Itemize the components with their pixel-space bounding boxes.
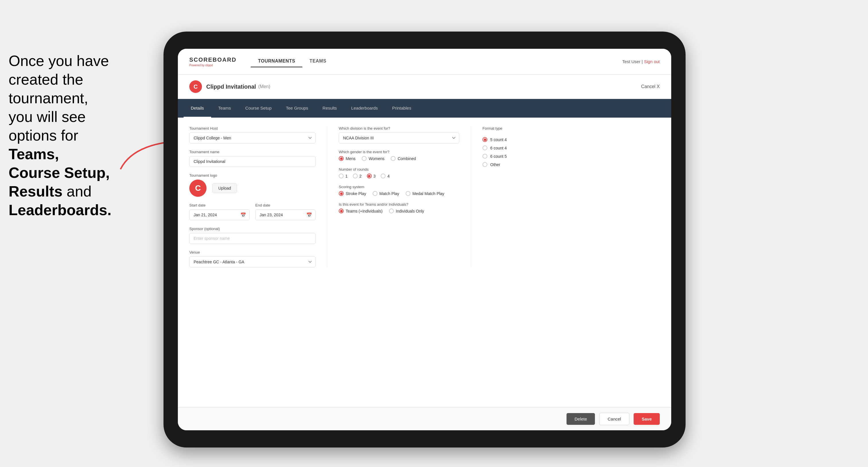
format-option-6count5[interactable]: 6 count 5	[483, 154, 660, 159]
format-label-6count5: 6 count 5	[490, 154, 507, 159]
cancel-tournament-btn[interactable]: Cancel X	[641, 84, 660, 89]
instructional-text: Once you have created the tournament, yo…	[0, 46, 138, 225]
logo-area: SCOREBOARD Powered by clippd	[189, 57, 236, 67]
format-option-5count4[interactable]: 5 count 4	[483, 137, 660, 142]
tab-teams[interactable]: Teams	[211, 99, 238, 118]
col-divider-2	[471, 126, 471, 267]
division-select[interactable]: NCAA Division III	[339, 132, 459, 144]
gender-radio-mens[interactable]	[339, 156, 344, 161]
scoring-option-match[interactable]: Match Play	[373, 191, 399, 196]
rounds-radio-4[interactable]	[381, 174, 385, 179]
teams-option-teams-plus[interactable]: Teams (+Individuals)	[339, 209, 383, 213]
user-area: Test User | Sign out	[622, 59, 660, 64]
tab-course-setup[interactable]: Course Setup	[238, 99, 279, 118]
tournament-gender: (Men)	[258, 84, 270, 89]
scoring-option-medal-match[interactable]: Medal Match Play	[406, 191, 444, 196]
tournament-header: C Clippd Invitational (Men) Cancel X	[178, 74, 671, 99]
delete-button[interactable]: Delete	[566, 413, 595, 425]
format-radio-other[interactable]	[483, 162, 487, 167]
sponsor-input[interactable]	[189, 233, 315, 244]
teams-label-individuals-only: Individuals Only	[396, 209, 424, 213]
tournament-name-input[interactable]	[189, 156, 315, 167]
main-content: Tournament Host Clippd College - Men Tou…	[178, 118, 671, 407]
end-date-calendar-icon: 📅	[306, 212, 312, 218]
tab-printables[interactable]: Printables	[385, 99, 418, 118]
teams-radio-group: Teams (+Individuals) Individuals Only	[339, 209, 459, 213]
tab-details[interactable]: Details	[184, 99, 211, 118]
form-column-middle: Which division is the event for? NCAA Di…	[339, 126, 459, 267]
nav-tournaments[interactable]: TOURNAMENTS	[251, 56, 302, 67]
tab-leaderboards[interactable]: Leaderboards	[344, 99, 385, 118]
tab-bar: Details Teams Course Setup Tee Groups Re…	[178, 99, 671, 118]
teams-label-teams-plus: Teams (+Individuals)	[346, 209, 383, 213]
logo-title: SCOREBOARD	[189, 57, 236, 63]
format-radio-6count5[interactable]	[483, 154, 487, 159]
scoring-option-stroke[interactable]: Stroke Play	[339, 191, 366, 196]
bottom-action-bar: Delete Cancel Save	[178, 407, 671, 430]
rounds-option-1[interactable]: 1	[339, 174, 348, 179]
rounds-option-4[interactable]: 4	[381, 174, 390, 179]
gender-label-womens: Womens	[369, 156, 384, 161]
form-area: Tournament Host Clippd College - Men Tou…	[178, 118, 671, 276]
venue-label: Venue	[189, 250, 315, 254]
form-column-right: Format type 5 count 4 6 count 4 6 cou	[483, 126, 660, 267]
format-label-5count4: 5 count 4	[490, 137, 507, 142]
tablet-device: SCOREBOARD Powered by clippd TOURNAMENTS…	[163, 32, 686, 447]
logo-preview-icon: C	[189, 180, 207, 197]
rounds-group: Number of rounds 1 2	[339, 167, 459, 179]
col-divider-1	[327, 126, 327, 267]
start-date-wrapper: 📅	[189, 209, 250, 220]
scoring-radio-stroke[interactable]	[339, 191, 344, 196]
gender-radio-combined[interactable]	[391, 156, 396, 161]
rounds-label-3: 3	[373, 174, 376, 179]
rounds-radio-3[interactable]	[367, 174, 372, 179]
logo-upload-area: C Upload	[189, 180, 315, 197]
sponsor-label: Sponsor (optional)	[189, 227, 315, 231]
rounds-option-3[interactable]: 3	[367, 174, 376, 179]
tournament-icon: C	[189, 80, 202, 93]
tournament-name-label: Tournament name	[189, 150, 315, 154]
teams-radio-individuals-only[interactable]	[389, 209, 394, 213]
tournament-host-select[interactable]: Clippd College - Men	[189, 132, 315, 144]
scoring-radio-medal-match[interactable]	[406, 191, 410, 196]
date-row: Start date 📅 End date 📅	[189, 203, 315, 220]
gender-option-combined[interactable]: Combined	[391, 156, 416, 161]
rounds-option-2[interactable]: 2	[353, 174, 362, 179]
tab-results[interactable]: Results	[315, 99, 344, 118]
cancel-button[interactable]: Cancel	[599, 413, 629, 425]
gender-label-mens: Mens	[346, 156, 355, 161]
nav-teams[interactable]: TEAMS	[302, 56, 334, 67]
teams-individuals-label: Is this event for Teams and/or Individua…	[339, 202, 459, 207]
rounds-radio-2[interactable]	[353, 174, 358, 179]
sign-out-link[interactable]: Sign out	[644, 59, 660, 64]
venue-select[interactable]: Peachtree GC - Atlanta - GA	[189, 256, 315, 267]
scoring-radio-match[interactable]	[373, 191, 377, 196]
format-radio-5count4[interactable]	[483, 137, 487, 142]
tablet-screen: SCOREBOARD Powered by clippd TOURNAMENTS…	[178, 49, 671, 430]
format-option-6count4[interactable]: 6 count 4	[483, 146, 660, 150]
tournament-name: Clippd Invitational	[206, 84, 256, 90]
save-button[interactable]: Save	[633, 413, 660, 425]
gender-option-mens[interactable]: Mens	[339, 156, 355, 161]
upload-logo-button[interactable]: Upload	[212, 183, 237, 193]
scoring-label-stroke: Stroke Play	[346, 191, 366, 196]
division-label: Which division is the event for?	[339, 126, 459, 130]
format-option-other[interactable]: Other	[483, 162, 660, 167]
rounds-radio-1[interactable]	[339, 174, 344, 179]
gender-group: Which gender is the event for? Mens Wome…	[339, 150, 459, 161]
scoring-label: Scoring system	[339, 185, 459, 189]
tournament-name-group: Tournament name	[189, 150, 315, 167]
teams-option-individuals-only[interactable]: Individuals Only	[389, 209, 424, 213]
gender-option-womens[interactable]: Womens	[362, 156, 384, 161]
teams-individuals-group: Is this event for Teams and/or Individua…	[339, 202, 459, 213]
form-column-left: Tournament Host Clippd College - Men Tou…	[189, 126, 315, 267]
rounds-label-1: 1	[345, 174, 348, 179]
main-nav: TOURNAMENTS TEAMS	[251, 56, 333, 67]
teams-radio-teams-plus[interactable]	[339, 209, 344, 213]
tournament-logo-group: Tournament logo C Upload	[189, 173, 315, 197]
format-radio-6count4[interactable]	[483, 146, 487, 150]
user-name: Test User |	[622, 59, 643, 64]
scoring-group: Scoring system Stroke Play Match Play	[339, 185, 459, 196]
tab-tee-groups[interactable]: Tee Groups	[279, 99, 315, 118]
gender-radio-womens[interactable]	[362, 156, 367, 161]
